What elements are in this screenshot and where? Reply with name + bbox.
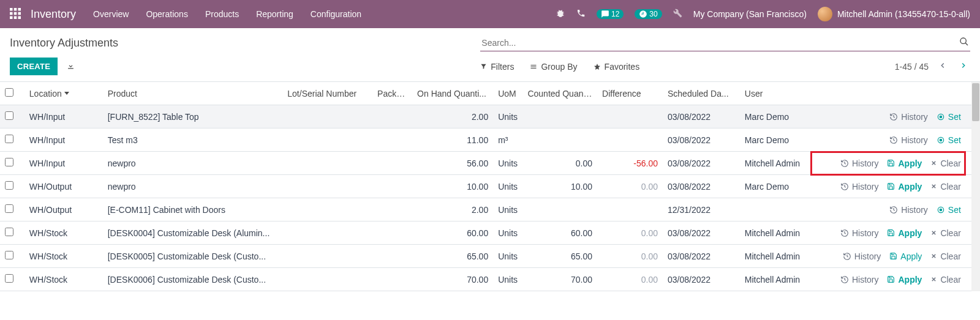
- clear-button[interactable]: Clear: [930, 228, 960, 238]
- table-row[interactable]: WH/InputTest m311.00m³03/08/2022Marc Dem…: [0, 128, 980, 152]
- col-uom[interactable]: UoM: [493, 82, 522, 105]
- apply-button[interactable]: Apply: [887, 228, 922, 238]
- search-input[interactable]: [481, 38, 959, 48]
- cell-counted[interactable]: 0.00: [522, 152, 597, 175]
- history-button[interactable]: History: [889, 112, 928, 122]
- cell-user[interactable]: Marc Demo: [740, 175, 815, 198]
- create-button[interactable]: CREATE: [10, 58, 58, 75]
- groupby-button[interactable]: Group By: [530, 62, 577, 72]
- search-icon[interactable]: [959, 37, 969, 48]
- pager[interactable]: 1-45 / 45: [895, 62, 929, 72]
- col-lot[interactable]: Lot/Serial Number: [282, 82, 372, 105]
- col-package[interactable]: Packa...: [372, 82, 412, 105]
- messages-button[interactable]: 12: [597, 9, 624, 19]
- row-checkbox[interactable]: [5, 158, 13, 166]
- history-button[interactable]: History: [843, 251, 881, 261]
- table-row[interactable]: WH/Outputnewpro10.00Units10.000.0003/08/…: [0, 175, 980, 198]
- history-button[interactable]: History: [840, 158, 879, 168]
- row-checkbox[interactable]: [5, 111, 13, 120]
- cell-counted[interactable]: [522, 198, 597, 221]
- scrollbar[interactable]: [971, 82, 980, 291]
- apps-icon[interactable]: [10, 8, 22, 20]
- cell-user[interactable]: Mitchell Admin: [740, 221, 815, 245]
- scroll-thumb[interactable]: [972, 83, 979, 121]
- tools-icon[interactable]: [673, 9, 682, 20]
- filters-button[interactable]: Filters: [480, 62, 514, 72]
- col-scheduled[interactable]: Scheduled Da...: [663, 82, 740, 105]
- row-checkbox[interactable]: [5, 251, 13, 259]
- cell-scheduled[interactable]: 03/08/2022: [663, 152, 740, 175]
- table-row[interactable]: WH/Input[FURN_8522] Table Top2.00Units03…: [0, 105, 980, 128]
- cell-scheduled[interactable]: 12/31/2022: [663, 198, 740, 221]
- search-box[interactable]: [480, 34, 970, 51]
- col-counted[interactable]: Counted Quantity: [522, 82, 597, 105]
- pager-prev[interactable]: [936, 60, 949, 73]
- cell-location: WH/Output: [24, 175, 103, 198]
- activities-button[interactable]: 30: [635, 9, 662, 19]
- cell-scheduled[interactable]: 03/08/2022: [663, 128, 740, 152]
- cell-user[interactable]: Mitchell Admin: [740, 245, 815, 268]
- clear-button[interactable]: Clear: [930, 158, 960, 168]
- menu-item-reporting[interactable]: Reporting: [256, 9, 293, 19]
- cell-counted[interactable]: 60.00: [522, 221, 597, 245]
- col-user[interactable]: User: [740, 82, 815, 105]
- cell-user[interactable]: [740, 198, 815, 221]
- menu-item-overview[interactable]: Overview: [93, 9, 129, 19]
- row-checkbox[interactable]: [5, 135, 13, 143]
- col-onhand[interactable]: On Hand Quanti...: [412, 82, 493, 105]
- history-button[interactable]: History: [889, 205, 928, 215]
- clear-button[interactable]: Clear: [930, 275, 960, 285]
- history-button[interactable]: History: [840, 228, 879, 238]
- apply-button[interactable]: Apply: [887, 275, 922, 285]
- clear-button[interactable]: Clear: [930, 182, 960, 192]
- cell-user[interactable]: Mitchell Admin: [740, 268, 815, 291]
- table-row[interactable]: WH/Output[E-COM11] Cabinet with Doors2.0…: [0, 198, 980, 221]
- phone-icon[interactable]: [576, 9, 586, 20]
- apply-button[interactable]: Apply: [887, 158, 922, 168]
- cell-user[interactable]: Marc Demo: [740, 128, 815, 152]
- apply-button[interactable]: Apply: [887, 182, 922, 192]
- col-product[interactable]: Product: [103, 82, 283, 105]
- row-checkbox[interactable]: [5, 228, 13, 236]
- cell-scheduled[interactable]: 03/08/2022: [663, 175, 740, 198]
- cell-scheduled[interactable]: 03/08/2022: [663, 221, 740, 245]
- row-checkbox[interactable]: [5, 274, 13, 283]
- bug-icon[interactable]: [556, 9, 565, 20]
- cell-user[interactable]: Mitchell Admin: [740, 152, 815, 175]
- cell-scheduled[interactable]: 03/08/2022: [663, 245, 740, 268]
- history-button[interactable]: History: [889, 135, 928, 145]
- table-row[interactable]: WH/Stock[DESK0005] Customizable Desk (Cu…: [0, 245, 980, 268]
- download-icon[interactable]: [66, 61, 75, 72]
- cell-counted[interactable]: 10.00: [522, 175, 597, 198]
- col-diff[interactable]: Difference: [597, 82, 663, 105]
- table-row[interactable]: WH/Stock[DESK0004] Customizable Desk (Al…: [0, 221, 980, 245]
- col-location[interactable]: Location: [24, 82, 103, 105]
- row-checkbox[interactable]: [5, 204, 13, 213]
- company-selector[interactable]: My Company (San Francisco): [693, 9, 807, 19]
- history-button[interactable]: History: [840, 275, 879, 285]
- pager-next[interactable]: [957, 60, 970, 73]
- apply-button[interactable]: Apply: [889, 251, 922, 261]
- menu-item-products[interactable]: Products: [205, 9, 239, 19]
- select-all-checkbox[interactable]: [5, 88, 13, 97]
- set-button[interactable]: Set: [937, 135, 961, 145]
- favorites-button[interactable]: Favorites: [594, 62, 640, 72]
- cell-scheduled[interactable]: 03/08/2022: [663, 268, 740, 291]
- cell-scheduled[interactable]: 03/08/2022: [663, 105, 740, 128]
- set-button[interactable]: Set: [937, 205, 961, 215]
- clear-button[interactable]: Clear: [930, 251, 960, 261]
- menu-item-configuration[interactable]: Configuration: [311, 9, 361, 19]
- user-menu[interactable]: Mitchell Admin (13455470-15-0-all): [818, 7, 970, 21]
- history-button[interactable]: History: [840, 182, 879, 192]
- cell-counted[interactable]: [522, 128, 597, 152]
- table-row[interactable]: WH/Stock[DESK0006] Customizable Desk (Cu…: [0, 268, 980, 291]
- menu-item-operations[interactable]: Operations: [146, 9, 187, 19]
- cell-user[interactable]: Marc Demo: [740, 105, 815, 128]
- set-button[interactable]: Set: [937, 112, 961, 122]
- cell-counted[interactable]: 65.00: [522, 245, 597, 268]
- row-checkbox[interactable]: [5, 181, 13, 190]
- cell-counted[interactable]: [522, 105, 597, 128]
- app-brand[interactable]: Inventory: [31, 8, 76, 21]
- cell-counted[interactable]: 70.00: [522, 268, 597, 291]
- table-row[interactable]: WH/Inputnewpro56.00Units0.00-56.0003/08/…: [0, 152, 980, 175]
